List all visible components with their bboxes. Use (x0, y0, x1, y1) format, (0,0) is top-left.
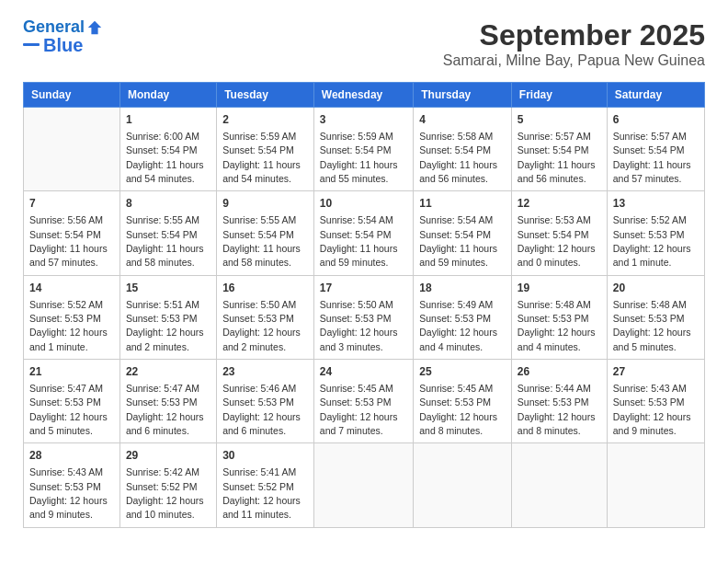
calendar-cell (511, 443, 607, 527)
day-info: Sunrise: 5:47 AMSunset: 5:53 PMDaylight:… (29, 383, 108, 436)
calendar-cell: 20Sunrise: 5:48 AMSunset: 5:53 PMDayligh… (607, 275, 704, 359)
logo-blue-text: Blue (43, 35, 83, 55)
day-info: Sunrise: 5:57 AMSunset: 5:54 PMDaylight:… (518, 131, 596, 184)
weekday-header-thursday: Thursday (414, 83, 512, 108)
calendar-cell: 7Sunrise: 5:56 AMSunset: 5:54 PMDaylight… (24, 191, 120, 275)
day-number: 18 (419, 281, 506, 296)
calendar-cell: 8Sunrise: 5:55 AMSunset: 5:54 PMDaylight… (119, 191, 216, 275)
day-info: Sunrise: 5:44 AMSunset: 5:53 PMDaylight:… (518, 383, 596, 436)
day-info: Sunrise: 5:53 AMSunset: 5:54 PMDaylight:… (518, 214, 596, 268)
day-number: 24 (320, 364, 407, 380)
day-number: 1 (126, 112, 210, 128)
day-info: Sunrise: 5:51 AMSunset: 5:53 PMDaylight:… (126, 299, 204, 352)
day-number: 15 (126, 281, 210, 296)
day-info: Sunrise: 5:59 AMSunset: 5:54 PMDaylight:… (222, 131, 301, 184)
weekday-header-row: SundayMondayTuesdayWednesdayThursdayFrid… (24, 83, 705, 108)
calendar-cell: 30Sunrise: 5:41 AMSunset: 5:52 PMDayligh… (217, 443, 314, 527)
day-info: Sunrise: 5:43 AMSunset: 5:53 PMDaylight:… (29, 466, 108, 520)
day-info: Sunrise: 5:54 AMSunset: 5:54 PMDaylight:… (419, 214, 497, 268)
day-number: 3 (320, 112, 407, 128)
month-title: September 2025 (443, 18, 705, 52)
calendar-cell: 10Sunrise: 5:54 AMSunset: 5:54 PMDayligh… (313, 191, 413, 275)
day-info: Sunrise: 5:54 AMSunset: 5:54 PMDaylight:… (320, 214, 398, 268)
calendar-cell: 23Sunrise: 5:46 AMSunset: 5:53 PMDayligh… (217, 360, 314, 443)
calendar-cell: 12Sunrise: 5:53 AMSunset: 5:54 PMDayligh… (511, 191, 607, 275)
calendar-cell: 14Sunrise: 5:52 AMSunset: 5:53 PMDayligh… (24, 275, 120, 359)
day-info: Sunrise: 5:55 AMSunset: 5:54 PMDaylight:… (126, 214, 204, 268)
calendar-cell: 6Sunrise: 5:57 AMSunset: 5:54 PMDaylight… (607, 108, 704, 191)
day-number: 13 (613, 196, 699, 212)
day-info: Sunrise: 5:50 AMSunset: 5:53 PMDaylight:… (320, 299, 398, 352)
logo: General Blue (23, 18, 103, 55)
calendar-cell: 9Sunrise: 5:55 AMSunset: 5:54 PMDaylight… (217, 191, 314, 275)
title-section: September 2025 Samarai, Milne Bay, Papua… (443, 18, 705, 69)
calendar-cell: 21Sunrise: 5:47 AMSunset: 5:53 PMDayligh… (24, 360, 120, 443)
day-number: 7 (29, 196, 114, 212)
day-info: Sunrise: 5:52 AMSunset: 5:53 PMDaylight:… (613, 214, 691, 268)
day-number: 12 (518, 196, 601, 212)
day-info: Sunrise: 5:47 AMSunset: 5:53 PMDaylight:… (126, 383, 204, 436)
calendar-cell: 2Sunrise: 5:59 AMSunset: 5:54 PMDaylight… (217, 108, 314, 191)
day-number: 11 (419, 196, 506, 212)
day-number: 23 (222, 364, 308, 380)
day-number: 20 (613, 281, 699, 296)
calendar-cell: 11Sunrise: 5:54 AMSunset: 5:54 PMDayligh… (414, 191, 512, 275)
day-number: 26 (518, 364, 601, 380)
weekday-header-sunday: Sunday (24, 83, 120, 108)
day-info: Sunrise: 5:46 AMSunset: 5:53 PMDaylight:… (222, 383, 301, 436)
day-number: 5 (518, 112, 601, 128)
day-info: Sunrise: 5:49 AMSunset: 5:53 PMDaylight:… (419, 299, 497, 352)
day-info: Sunrise: 5:45 AMSunset: 5:53 PMDaylight:… (320, 383, 398, 436)
calendar-cell: 25Sunrise: 5:45 AMSunset: 5:53 PMDayligh… (414, 360, 512, 443)
calendar-cell (414, 443, 512, 527)
week-row-5: 28Sunrise: 5:43 AMSunset: 5:53 PMDayligh… (24, 443, 705, 527)
day-number: 25 (419, 364, 506, 380)
day-info: Sunrise: 5:57 AMSunset: 5:54 PMDaylight:… (613, 131, 691, 184)
day-number: 9 (222, 196, 308, 212)
day-info: Sunrise: 5:56 AMSunset: 5:54 PMDaylight:… (29, 214, 108, 268)
calendar-cell: 4Sunrise: 5:58 AMSunset: 5:54 PMDaylight… (414, 108, 512, 191)
calendar-cell: 15Sunrise: 5:51 AMSunset: 5:53 PMDayligh… (119, 275, 216, 359)
week-row-1: 1Sunrise: 6:00 AMSunset: 5:54 PMDaylight… (24, 108, 705, 191)
day-info: Sunrise: 5:41 AMSunset: 5:52 PMDaylight:… (222, 466, 301, 520)
day-info: Sunrise: 5:42 AMSunset: 5:52 PMDaylight:… (126, 466, 204, 520)
location-subtitle: Samarai, Milne Bay, Papua New Guinea (443, 52, 705, 69)
calendar-cell: 24Sunrise: 5:45 AMSunset: 5:53 PMDayligh… (313, 360, 413, 443)
day-info: Sunrise: 5:59 AMSunset: 5:54 PMDaylight:… (320, 131, 398, 184)
day-number: 4 (419, 112, 506, 128)
calendar-table: SundayMondayTuesdayWednesdayThursdayFrid… (23, 82, 705, 528)
day-info: Sunrise: 5:52 AMSunset: 5:53 PMDaylight:… (29, 299, 108, 352)
week-row-4: 21Sunrise: 5:47 AMSunset: 5:53 PMDayligh… (24, 360, 705, 443)
day-info: Sunrise: 5:50 AMSunset: 5:53 PMDaylight:… (222, 299, 301, 352)
calendar-cell: 18Sunrise: 5:49 AMSunset: 5:53 PMDayligh… (414, 275, 512, 359)
day-number: 28 (29, 448, 114, 464)
calendar-cell: 27Sunrise: 5:43 AMSunset: 5:53 PMDayligh… (607, 360, 704, 443)
day-number: 17 (320, 281, 407, 296)
day-number: 14 (29, 281, 114, 296)
calendar-cell: 19Sunrise: 5:48 AMSunset: 5:53 PMDayligh… (511, 275, 607, 359)
weekday-header-saturday: Saturday (607, 83, 704, 108)
day-info: Sunrise: 5:43 AMSunset: 5:53 PMDaylight:… (613, 383, 691, 436)
weekday-header-wednesday: Wednesday (313, 83, 413, 108)
day-number: 19 (518, 281, 601, 296)
calendar-cell (24, 108, 120, 191)
day-info: Sunrise: 5:55 AMSunset: 5:54 PMDaylight:… (222, 214, 301, 268)
calendar-cell: 26Sunrise: 5:44 AMSunset: 5:53 PMDayligh… (511, 360, 607, 443)
calendar-cell (607, 443, 704, 527)
calendar-cell: 16Sunrise: 5:50 AMSunset: 5:53 PMDayligh… (217, 275, 314, 359)
calendar-cell: 13Sunrise: 5:52 AMSunset: 5:53 PMDayligh… (607, 191, 704, 275)
calendar-cell: 17Sunrise: 5:50 AMSunset: 5:53 PMDayligh… (313, 275, 413, 359)
day-info: Sunrise: 5:58 AMSunset: 5:54 PMDaylight:… (419, 131, 497, 184)
day-info: Sunrise: 5:48 AMSunset: 5:53 PMDaylight:… (613, 299, 691, 352)
day-number: 21 (29, 364, 114, 380)
calendar-cell (313, 443, 413, 527)
week-row-3: 14Sunrise: 5:52 AMSunset: 5:53 PMDayligh… (24, 275, 705, 359)
day-number: 29 (126, 448, 210, 464)
day-number: 22 (126, 364, 210, 380)
day-number: 2 (222, 112, 308, 128)
weekday-header-monday: Monday (119, 83, 216, 108)
day-number: 16 (222, 281, 308, 296)
day-number: 30 (222, 448, 308, 464)
day-info: Sunrise: 6:00 AMSunset: 5:54 PMDaylight:… (126, 131, 204, 184)
calendar-cell: 1Sunrise: 6:00 AMSunset: 5:54 PMDaylight… (119, 108, 216, 191)
